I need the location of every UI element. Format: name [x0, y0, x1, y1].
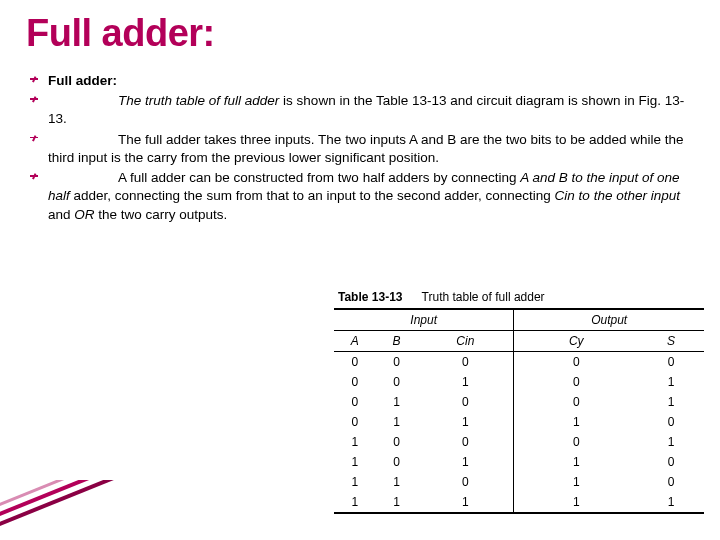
- cell: 1: [417, 412, 513, 432]
- table-row: 1 0 1 1 0: [334, 452, 704, 472]
- th-input-group: Input: [334, 309, 514, 331]
- slide-title: Full adder:: [26, 12, 215, 55]
- cell: 1: [376, 472, 418, 492]
- th-Cin-text: Cin: [456, 334, 474, 348]
- bullet-2: The truth table of full adder is shown i…: [26, 92, 694, 128]
- cell: 0: [417, 392, 513, 412]
- cell: 1: [514, 452, 638, 472]
- cell: 1: [376, 412, 418, 432]
- cell: 1: [638, 492, 704, 513]
- bullet-4-p3: and: [48, 207, 74, 222]
- cell: 0: [376, 372, 418, 392]
- cell: 0: [638, 352, 704, 373]
- cell: 1: [514, 492, 638, 513]
- cell: 0: [376, 432, 418, 452]
- cell: 1: [417, 492, 513, 513]
- bullet-2-italic: The truth table of full adder: [118, 93, 279, 108]
- cell: 1: [638, 372, 704, 392]
- truth-table-wrap: Table 13-13 Truth table of full adder In…: [334, 288, 704, 514]
- cell: 1: [638, 392, 704, 412]
- cell: 1: [417, 372, 513, 392]
- cell: 1: [334, 432, 376, 452]
- bullet-4-p1: A full adder can be constructed from two…: [118, 170, 520, 185]
- table-row: 1 0 0 0 1: [334, 432, 704, 452]
- cell: 0: [334, 352, 376, 373]
- cell: 0: [514, 432, 638, 452]
- bullet-1-text: Full adder:: [48, 73, 117, 88]
- accent-bar: [0, 480, 140, 540]
- cell: 0: [638, 412, 704, 432]
- truth-table: Input Output A B Cin Cy S 0 0 0 0 0: [334, 308, 704, 514]
- table-header-cols: A B Cin Cy S: [334, 331, 704, 352]
- table-row: 0 1 0 0 1: [334, 392, 704, 412]
- th-Cy: Cy: [514, 331, 638, 352]
- table-caption-text: Truth table of full adder: [422, 290, 545, 304]
- table-header-groups: Input Output: [334, 309, 704, 331]
- table-row: 1 1 1 1 1: [334, 492, 704, 513]
- bullet-4: A full adder can be constructed from two…: [26, 169, 694, 224]
- bullet-4-p2: adder, connecting the sum from that to a…: [74, 188, 555, 203]
- cell: 1: [334, 472, 376, 492]
- cell: 1: [417, 452, 513, 472]
- cell: 0: [417, 352, 513, 373]
- cell: 0: [334, 392, 376, 412]
- bullet-4-i3: OR: [74, 207, 98, 222]
- cell: 0: [514, 372, 638, 392]
- th-B: B: [376, 331, 418, 352]
- accent-bar: [0, 480, 140, 522]
- cell: 1: [334, 492, 376, 513]
- table-caption: Table 13-13 Truth table of full adder: [334, 288, 704, 308]
- table-caption-label: Table 13-13: [338, 290, 402, 304]
- slide: Full adder: Full adder: The truth table …: [0, 0, 720, 540]
- cell: 0: [334, 372, 376, 392]
- cell: 1: [514, 412, 638, 432]
- content-area: Full adder: The truth table of full adde…: [26, 72, 694, 226]
- th-A: A: [334, 331, 376, 352]
- bullet-3: The full adder takes three inputs. The t…: [26, 131, 694, 167]
- accent-bar: [0, 480, 140, 532]
- cell: 0: [334, 412, 376, 432]
- cell: 0: [638, 472, 704, 492]
- cell: 0: [638, 452, 704, 472]
- th-Cy-text: Cy: [569, 334, 584, 348]
- cell: 0: [514, 352, 638, 373]
- cell: 1: [376, 392, 418, 412]
- cell: 0: [514, 392, 638, 412]
- corner-accent: [0, 480, 140, 540]
- table-row: 0 0 1 0 1: [334, 372, 704, 392]
- bullet-4-i2: Cin to the other input: [555, 188, 680, 203]
- table-body: 0 0 0 0 0 0 0 1 0 1 0 1 0 0: [334, 352, 704, 514]
- bullet-1: Full adder:: [26, 72, 694, 90]
- bullet-3-text: The full adder takes three inputs. The t…: [48, 132, 684, 165]
- bullet-4-p4: the two carry outputs.: [98, 207, 227, 222]
- table-row: 1 1 0 1 0: [334, 472, 704, 492]
- cell: 0: [417, 472, 513, 492]
- cell: 0: [376, 352, 418, 373]
- cell: 1: [514, 472, 638, 492]
- th-output-group: Output: [514, 309, 704, 331]
- table-row: 0 1 1 1 0: [334, 412, 704, 432]
- cell: 1: [638, 432, 704, 452]
- th-Cin: Cin: [417, 331, 513, 352]
- cell: 1: [376, 492, 418, 513]
- th-S: S: [638, 331, 704, 352]
- cell: 1: [334, 452, 376, 472]
- cell: 0: [417, 432, 513, 452]
- cell: 0: [376, 452, 418, 472]
- table-row: 0 0 0 0 0: [334, 352, 704, 373]
